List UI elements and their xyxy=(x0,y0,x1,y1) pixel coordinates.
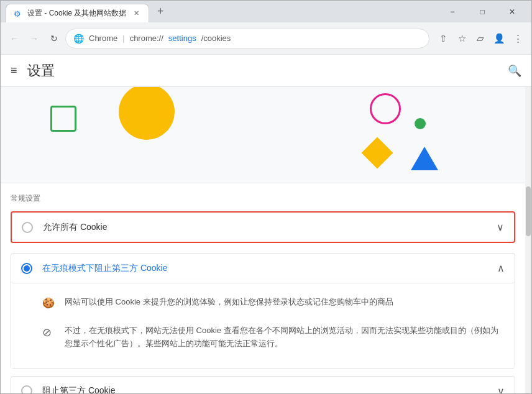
url-path: /cookies xyxy=(201,34,231,43)
url-favicon: 🌐 xyxy=(73,34,84,44)
info-text-cookie: 网站可以使用 Cookie 来提升您的浏览体验，例如让您保持登录状态或记住您购物… xyxy=(65,296,393,309)
info-text-block: 不过，在无痕模式下，网站无法使用 Cookie 查看您在各个不同网站上的浏览活动… xyxy=(65,324,505,350)
shape-triangle-blue xyxy=(411,147,438,170)
chevron-block-incognito[interactable]: ∧ xyxy=(497,262,505,274)
window-controls: − □ ✕ xyxy=(438,2,531,21)
minimize-button[interactable]: − xyxy=(438,2,467,21)
menu-icon[interactable]: ⋮ xyxy=(509,30,526,47)
option-block-incognito-label: 在无痕模式下阻止第三方 Cookie xyxy=(42,263,497,274)
refresh-button[interactable]: ↻ xyxy=(45,30,63,47)
url-bar[interactable]: 🌐 Chrome | chrome://settings/cookies xyxy=(65,29,429,48)
radio-block-incognito[interactable] xyxy=(21,263,32,274)
radio-allow-all[interactable] xyxy=(22,222,33,233)
pip-icon[interactable]: ▱ xyxy=(472,30,489,47)
option-allow-all-label: 允许所有 Cookie xyxy=(43,222,497,233)
shape-circle-pink xyxy=(370,93,401,124)
maximize-button[interactable]: □ xyxy=(468,2,497,21)
url-separator: | xyxy=(122,34,124,43)
radio-block-third[interactable] xyxy=(21,385,32,393)
back-button[interactable]: ← xyxy=(6,30,23,47)
url-chrome-label: Chrome xyxy=(89,34,117,43)
main-content: 常规设置 允许所有 Cookie ∨ xyxy=(1,87,531,393)
tab-favicon: ⚙ xyxy=(14,9,22,18)
shape-square-outline xyxy=(50,106,76,132)
search-icon[interactable]: 🔍 xyxy=(508,64,521,78)
option-block-incognito-expanded: 在无痕模式下阻止第三方 Cookie ∧ 🍪 网站可以使用 Cookie 来提升… xyxy=(11,253,515,369)
hamburger-icon[interactable]: ≡ xyxy=(11,64,17,77)
share-icon[interactable]: ⇧ xyxy=(434,30,452,47)
shape-diamond-yellow xyxy=(362,137,393,169)
tab-area: ⚙ 设置 - Cookie 及其他网站数据 ✕ + xyxy=(1,1,169,22)
tab-close-button[interactable]: ✕ xyxy=(131,9,141,19)
option-allow-all[interactable]: 允许所有 Cookie ∨ xyxy=(11,211,515,243)
cookie-icon: 🍪 xyxy=(42,297,55,309)
section-label: 常规设置 xyxy=(1,183,525,209)
settings-header: ≡ 设置 🔍 xyxy=(1,55,531,87)
scrollbar-thumb[interactable] xyxy=(526,186,531,236)
info-row-block: ⊘ 不过，在无痕模式下，网站无法使用 Cookie 查看您在各个不同网站上的浏览… xyxy=(42,317,505,358)
page-title: 设置 xyxy=(27,62,55,80)
url-settings: settings xyxy=(168,34,196,43)
option-block-third[interactable]: 阻止第三方 Cookie ∨ xyxy=(11,376,515,393)
toolbar-icons: ⇧ ☆ ▱ 👤 ⋮ xyxy=(434,30,526,47)
active-tab[interactable]: ⚙ 设置 - Cookie 及其他网站数据 ✕ xyxy=(6,4,149,22)
new-tab-button[interactable]: + xyxy=(152,3,169,21)
block-icon: ⊘ xyxy=(42,326,55,338)
option-block-third-label: 阻止第三方 Cookie xyxy=(42,385,497,393)
address-bar: ← → ↻ 🌐 Chrome | chrome://settings/cooki… xyxy=(1,22,531,55)
tab-title: 设置 - Cookie 及其他网站数据 xyxy=(27,8,126,19)
info-row-cookie: 🍪 网站可以使用 Cookie 来提升您的浏览体验，例如让您保持登录状态或记住您… xyxy=(42,288,505,317)
browser-window: ⚙ 设置 - Cookie 及其他网站数据 ✕ + − □ ✕ ← → ↻ 🌐 … xyxy=(0,0,532,394)
title-bar: ⚙ 设置 - Cookie 及其他网站数据 ✕ + − □ ✕ xyxy=(1,1,531,22)
chevron-block-third[interactable]: ∨ xyxy=(497,385,505,393)
forward-button[interactable]: → xyxy=(25,30,43,47)
url-scheme: chrome:// xyxy=(130,34,163,43)
profile-icon[interactable]: 👤 xyxy=(490,30,508,47)
shape-circle-yellow xyxy=(119,87,175,140)
content-area: 常规设置 允许所有 Cookie ∨ xyxy=(1,87,525,393)
close-button[interactable]: ✕ xyxy=(498,2,526,21)
option-block-incognito[interactable]: 在无痕模式下阻止第三方 Cookie ∧ xyxy=(11,254,515,283)
settings-page: ≡ 设置 🔍 常规设置 xyxy=(1,55,531,393)
scrollbar-track[interactable] xyxy=(525,87,531,393)
expanded-body: 🍪 网站可以使用 Cookie 来提升您的浏览体验，例如让您保持登录状态或记住您… xyxy=(11,283,515,368)
illustration-area xyxy=(1,87,525,183)
bookmark-icon[interactable]: ☆ xyxy=(453,30,470,47)
shape-circle-green xyxy=(415,118,426,129)
chevron-allow-all[interactable]: ∨ xyxy=(497,221,504,233)
